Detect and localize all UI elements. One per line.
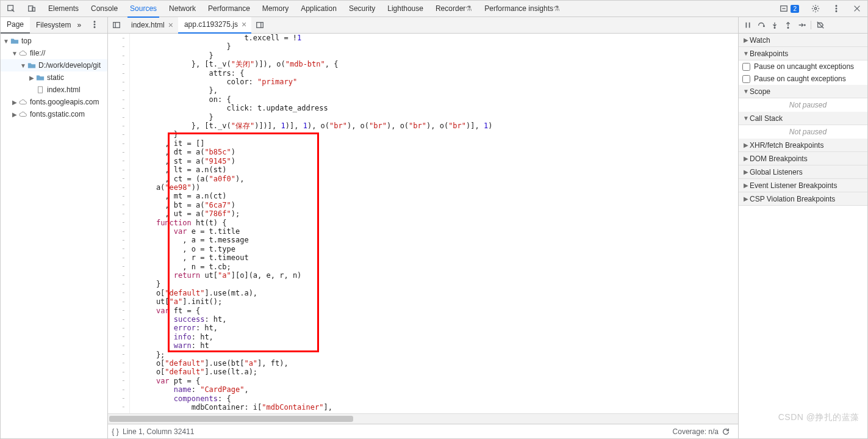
dbg-checkbox-label: Pause on uncaught exceptions [754,62,854,71]
dbg-checkbox[interactable] [742,63,750,71]
step-over-icon[interactable] [757,21,766,29]
main-tab-elements[interactable]: Elements [42,1,85,17]
dbg-section-title: DOM Breakpoints [750,154,808,163]
file-tab[interactable]: app.c1193275.js× [178,17,251,34]
debugger-toolbar [739,17,867,34]
tree-label: fonts.googleapis.com [30,98,99,106]
svg-point-5 [836,5,837,7]
main-tab-memory[interactable]: Memory [256,1,295,17]
main-tab-performance[interactable]: Performance [202,1,256,17]
toggle-debugger-icon[interactable] [251,17,268,34]
svg-rect-2 [32,7,35,11]
nav-tab-bar: PageFilesystem » [1,17,107,34]
step-into-icon[interactable] [770,21,779,29]
svg-point-14 [764,26,765,27]
gutter: ----------------------------------------… [108,34,130,413]
device-toolbar-icon[interactable] [21,1,42,17]
dbg-checkbox-label: Pause on caught exceptions [754,74,846,83]
dbg-checkbox-row: Pause on caught exceptions [739,73,867,85]
main-tab-security[interactable]: Security [343,1,381,17]
cloud-icon [19,98,27,106]
step-out-icon[interactable] [784,21,792,29]
dbg-section-title: Event Listener Breakpoints [750,181,837,190]
main-tab-performance-insights[interactable]: Performance insights ⚗ [478,1,566,17]
dbg-section-title: Call Stack [750,114,783,123]
nav-more-icon[interactable] [90,20,104,31]
file-tab-bar: index.html×app.c1193275.js× [108,17,738,34]
tree-label: fonts.gstatic.com [30,110,85,118]
main-tab-recorder[interactable]: Recorder ⚗ [429,1,478,17]
main-tab-console[interactable]: Console [85,1,124,17]
svg-point-17 [804,24,805,26]
tree-item[interactable]: ▼top [1,35,107,47]
file-tab[interactable]: index.html× [125,17,178,34]
pretty-print-icon[interactable]: { } [108,427,123,436]
dbg-section-xhr-fetch-breakpoints[interactable]: ▶XHR/fetch Breakpoints [739,139,867,152]
dbg-section-title: Watch [750,36,770,45]
cursor-position: Line 1, Column 32411 [123,427,194,436]
step-icon[interactable] [797,21,806,29]
dbg-section-breakpoints[interactable]: ▼Breakpoints [739,47,867,60]
close-icon[interactable]: × [168,20,173,30]
dbg-section-title: Breakpoints [750,49,788,58]
svg-point-10 [95,26,96,27]
pause-icon[interactable] [744,21,752,29]
deactivate-breakpoints-icon[interactable] [816,21,825,29]
tree-label: top [21,37,32,45]
coverage-reload-icon[interactable] [719,427,733,436]
issues-count: 2 [791,5,799,13]
main-tab-application[interactable]: Application [295,1,343,17]
dbg-section-call-stack[interactable]: ▼Call Stack [739,112,867,125]
file-tree[interactable]: ▼top▼file://▼D:/work/develop/git▶statici… [1,34,107,438]
issues-button[interactable]: 2 [773,1,805,17]
svg-point-9 [95,24,96,25]
dbg-section-title: Global Listeners [750,168,803,176]
main-tab-network[interactable]: Network [163,1,202,17]
tree-item[interactable]: ▶fonts.googleapis.com [1,96,107,108]
file-tab-label: index.html [131,21,165,29]
dbg-section-watch[interactable]: ▶Watch [739,34,867,47]
svg-point-7 [836,11,837,12]
dbg-section-event-listener-breakpoints[interactable]: ▶Event Listener Breakpoints [739,179,867,192]
dbg-section-csp-violation-breakpoints[interactable]: ▶CSP Violation Breakpoints [739,192,867,206]
dbg-checkbox[interactable] [742,75,750,83]
tree-label: file:// [30,49,45,57]
nav-overflow-icon[interactable]: » [77,21,90,29]
tree-item[interactable]: ▶static [1,71,107,84]
navigator-pane: PageFilesystem » ▼top▼file://▼D:/work/de… [1,17,108,438]
horizontal-scrollbar[interactable] [108,413,738,424]
coverage-status: Coverage: n/a [673,427,719,436]
tree-item[interactable]: ▼file:// [1,47,107,59]
settings-icon[interactable] [805,1,826,17]
main-tab-lighthouse[interactable]: Lighthouse [381,1,429,17]
close-icon[interactable]: × [242,20,246,29]
dbg-section-dom-breakpoints[interactable]: ▶DOM Breakpoints [739,152,867,165]
debugger-pane: ▶Watch▼BreakpointsPause on uncaught exce… [738,17,867,438]
toggle-navigator-icon[interactable] [108,17,125,34]
status-bar: { } Line 1, Column 32411 Coverage: n/a [108,424,738,438]
svg-rect-12 [113,23,120,28]
tree-label: index.html [47,85,81,94]
close-devtools-icon[interactable] [847,1,867,17]
main-tab-bar: ElementsConsoleSourcesNetworkPerformance… [1,1,867,17]
inspect-element-icon[interactable] [1,1,21,17]
nav-tab-filesystem[interactable]: Filesystem [30,17,77,34]
svg-point-15 [774,27,775,29]
dbg-section-body: Not paused [739,125,867,139]
main-tab-sources[interactable]: Sources [124,1,163,17]
tree-item[interactable]: ▼D:/work/develop/git [1,59,107,71]
more-icon[interactable] [826,1,847,17]
folder-icon [27,62,36,69]
editor-pane: index.html×app.c1193275.js× ------------… [108,17,738,438]
dbg-section-global-listeners[interactable]: ▶Global Listeners [739,165,867,179]
dbg-section-body: Not paused [739,98,867,112]
svg-point-8 [95,21,96,22]
nav-tab-page[interactable]: Page [1,17,30,34]
tree-item[interactable]: ▶fonts.gstatic.com [1,108,107,120]
tree-label: static [47,73,64,82]
svg-rect-13 [257,23,264,28]
code-editor[interactable]: ----------------------------------------… [108,34,738,413]
dbg-section-scope[interactable]: ▼Scope [739,85,867,98]
dbg-section-title: XHR/fetch Breakpoints [750,141,823,150]
tree-item[interactable]: index.html [1,84,107,96]
